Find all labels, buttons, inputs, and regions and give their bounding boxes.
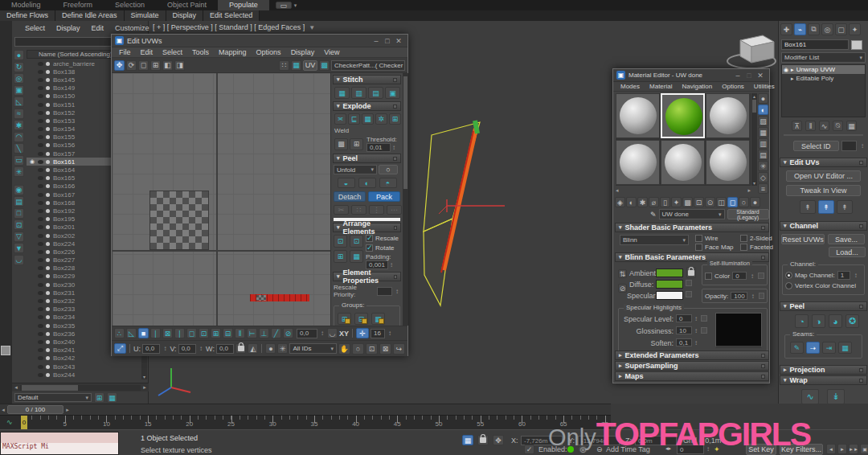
goto-end-icon[interactable]: ▣ xyxy=(860,444,868,454)
create-tab-icon[interactable]: ✚ xyxy=(780,23,792,35)
slots-horizontal-scrollbar[interactable]: ◂ ▸ xyxy=(616,187,751,195)
rotate-checkbox[interactable] xyxy=(366,244,373,252)
edge-mode-icon[interactable]: ◺ xyxy=(126,328,137,338)
spinner[interactable]: ↕ xyxy=(388,261,395,268)
bone-filter-icon[interactable]: ╲ xyxy=(14,143,24,154)
rotate-snap-icon[interactable]: ✛ xyxy=(356,328,369,338)
menu-item[interactable]: Utilities xyxy=(750,83,779,90)
peel-reset-button[interactable]: ○ xyxy=(379,165,398,174)
peel-mode-cp-icon[interactable]: ◑ xyxy=(812,314,825,328)
object-name[interactable]: Box230 xyxy=(53,281,75,289)
arrange-elements-rollout[interactable]: ▾Arrange Elements xyxy=(333,223,401,232)
diffuse-color-swatch[interactable] xyxy=(656,280,683,289)
modifier-list-dropdown[interactable]: Modifier List▾ xyxy=(781,52,866,63)
vertex-mode-icon[interactable]: ∴ xyxy=(114,328,125,338)
zoom-icon[interactable]: ○ xyxy=(352,343,364,355)
freeze-selected-icon[interactable]: ✳ xyxy=(277,343,288,354)
spec-level-map-button[interactable] xyxy=(701,315,707,322)
object-name[interactable]: Box195 xyxy=(53,215,75,223)
explode-grid-icon[interactable]: ▦ xyxy=(362,113,374,125)
peel-mode-icon[interactable]: ◐ xyxy=(358,178,376,188)
supersampling-rollout[interactable]: ▸SuperSampling xyxy=(615,361,769,371)
ambient-color-swatch[interactable] xyxy=(656,268,683,277)
self-illum-color-checkbox[interactable] xyxy=(705,273,712,280)
two-sided-checkbox[interactable] xyxy=(740,235,747,242)
faceted-checkbox[interactable] xyxy=(740,244,747,251)
lock-selection-icon[interactable] xyxy=(235,343,246,354)
object-name[interactable]: Box166 xyxy=(53,182,75,190)
spinner[interactable]: ↕ xyxy=(198,345,204,352)
rescale-elements-icon[interactable]: ⊞ xyxy=(334,250,347,263)
options-icon[interactable]: ✳ xyxy=(758,161,768,171)
object-name[interactable]: Box241 xyxy=(53,346,75,354)
object-name[interactable]: Box228 xyxy=(53,264,75,272)
object-name[interactable]: arche_barriere xyxy=(53,60,95,68)
face-map-checkbox[interactable] xyxy=(695,244,702,251)
go-parent-icon[interactable]: ◫ xyxy=(716,197,727,207)
target-weld-icon[interactable]: ⊞ xyxy=(350,138,363,150)
stitch-target-icon[interactable]: ▣ xyxy=(385,87,400,99)
prev-key-icon[interactable]: ◄ xyxy=(826,444,836,454)
zoom-selected-icon[interactable]: ↪ xyxy=(393,343,405,355)
sample-pick-icon[interactable]: ● xyxy=(750,197,760,207)
object-name[interactable]: Box227 xyxy=(53,256,75,264)
peel-mode-dropdown[interactable]: Unfold▾ xyxy=(334,165,377,174)
spinner[interactable]: ↕ xyxy=(693,327,699,334)
get-material-icon[interactable]: ◈ xyxy=(615,197,625,207)
spinner[interactable]: ↕ xyxy=(319,330,326,337)
time-slider-handle[interactable]: 0 / 100 xyxy=(7,405,63,414)
material-type-button[interactable]: Standard (Legacy) xyxy=(727,209,769,219)
sample-type-icon[interactable]: ● xyxy=(758,93,768,104)
object-name[interactable]: Box202 xyxy=(53,232,75,240)
isolate-toggle-icon[interactable]: ▦ xyxy=(462,435,473,445)
ribbon-tab[interactable]: Object Paint xyxy=(156,0,218,10)
object-name[interactable]: Box156 xyxy=(53,141,75,149)
object-name[interactable]: Box164 xyxy=(53,166,75,174)
object-name[interactable]: Box242 xyxy=(53,355,75,362)
planar-reset-icon[interactable]: ↟ xyxy=(837,200,853,214)
ribbon-tool-button[interactable]: Display xyxy=(166,10,204,21)
star-filter-icon[interactable]: ✱ xyxy=(14,120,24,130)
list-item[interactable]: ◉ Box244 xyxy=(27,371,141,379)
minimized-panel-icon[interactable] xyxy=(1,346,10,355)
threshold-field[interactable]: 0,01 xyxy=(366,143,391,152)
uv-space-button[interactable]: UV xyxy=(303,60,317,71)
quick-peel-cp-icon[interactable]: ◔ xyxy=(795,314,809,328)
peel-cp-rollout[interactable]: ▾Peel xyxy=(780,301,867,311)
make-preview-icon[interactable]: ▤ xyxy=(758,150,768,160)
pin-stack-icon[interactable]: ⊼ xyxy=(792,121,802,131)
reset-uvws-button[interactable]: Reset UVWs xyxy=(781,234,825,244)
opacity-map-button[interactable] xyxy=(759,293,764,299)
flatten-icon[interactable]: ✲ xyxy=(375,113,387,125)
ribbon-tool-button[interactable]: Edit Selected xyxy=(203,10,260,21)
falloff-curve-icon[interactable]: ◡ xyxy=(327,328,338,338)
pack-square-icon[interactable]: ⋮ xyxy=(369,205,384,215)
scroll-left-icon[interactable]: ◂ xyxy=(616,187,619,194)
menu-item[interactable]: Select xyxy=(158,48,186,56)
pelt-map-icon[interactable]: ✪ xyxy=(845,314,859,328)
spinner[interactable]: ↕ xyxy=(853,272,859,279)
ribbon-tool-button[interactable]: Simulate xyxy=(125,10,166,21)
configure-sets-icon[interactable]: ▦ xyxy=(846,121,857,131)
scrollbar-thumb[interactable] xyxy=(752,100,756,113)
point-to-point-seam-icon[interactable]: ⇢ xyxy=(806,342,820,354)
spinner[interactable]: ↕ xyxy=(394,288,400,295)
scroll-down-icon[interactable]: ▾ xyxy=(141,374,147,379)
stitch-custom-icon[interactable]: ▦ xyxy=(334,87,350,99)
pack-grid-icon[interactable]: ▦ xyxy=(350,250,363,263)
lscm-interactive-icon[interactable]: ◓ xyxy=(379,178,397,188)
panel-resize-grip[interactable] xyxy=(784,134,863,136)
paint-falloff-icon[interactable]: ⊘ xyxy=(283,328,293,338)
freeform-gizmo-icon[interactable]: ⊞ xyxy=(150,60,161,71)
zoom-extents-icon[interactable]: ⊠ xyxy=(379,343,391,355)
peel-reset-cp-icon[interactable]: ◕ xyxy=(829,314,842,328)
uv-canvas[interactable] xyxy=(113,73,330,326)
ring-select-icon[interactable]: ⊢ xyxy=(247,328,257,338)
object-name[interactable]: Box201 xyxy=(53,223,75,231)
modifier-stack-item[interactable]: ▸ Editable Poly xyxy=(782,74,865,83)
menu-item[interactable]: Edit xyxy=(137,48,158,56)
object-name[interactable]: Box224 xyxy=(53,240,75,248)
pick-parent-icon[interactable]: ◎ xyxy=(14,73,24,84)
face-mode-icon[interactable]: ■ xyxy=(138,328,149,338)
select-by-material-icon[interactable]: ◇ xyxy=(758,172,768,182)
